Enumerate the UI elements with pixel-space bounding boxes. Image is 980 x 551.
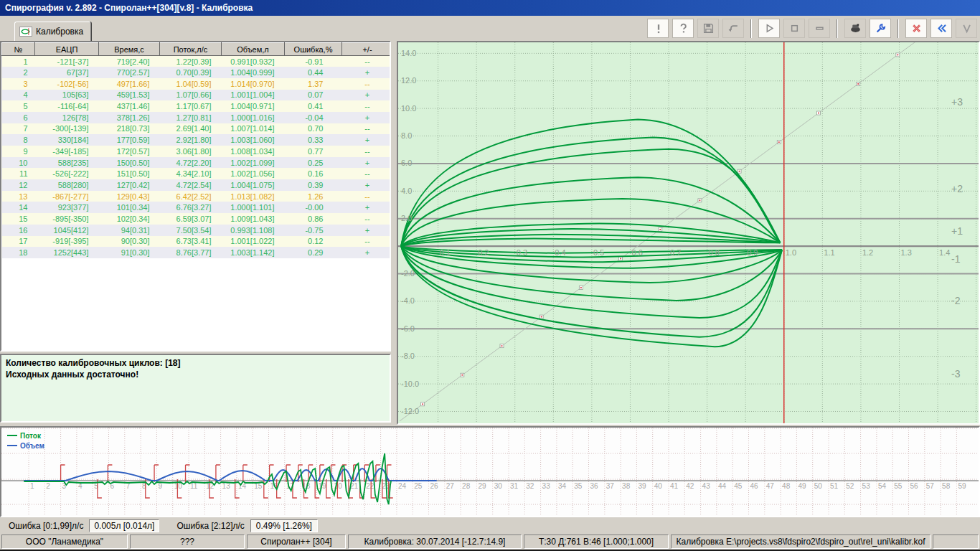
double-chevron-left-icon: [936, 22, 948, 34]
printer-icon: [849, 22, 862, 34]
svg-text:51: 51: [830, 482, 839, 490]
table-row[interactable]: 13-867[-277]129[0.43]6.42[2.52]1.013[1.0…: [2, 191, 392, 202]
pause-button[interactable]: [809, 19, 830, 38]
column-header-3[interactable]: Поток,л/с: [160, 43, 222, 56]
svg-text:45: 45: [734, 482, 743, 490]
abort-button[interactable]: [647, 19, 669, 38]
delete-button[interactable]: [905, 19, 927, 38]
exclamation-icon: [652, 22, 664, 34]
error-high-range-value: 0.49% [1.26%]: [250, 519, 318, 532]
calibration-table-panel: №ЕАЦПВремя,сПоток,л/сОбъем,лОшибка,%+/-1…: [0, 41, 391, 352]
svg-text:1.3: 1.3: [900, 248, 911, 257]
window-title: Спирография v. 2.892 - Спиролан++[304][v…: [5, 3, 253, 13]
save-button[interactable]: [697, 19, 719, 38]
svg-text:+1: +1: [951, 225, 963, 237]
query-button[interactable]: [672, 19, 694, 38]
table-row[interactable]: 267[37]770[2.57]0.70[0.39]1.004[0.999]0.…: [2, 67, 392, 78]
svg-text:46: 46: [750, 482, 759, 490]
column-header-6[interactable]: +/-: [342, 43, 392, 56]
question-icon: [677, 22, 689, 34]
table-row[interactable]: 1-121[-37]719[2.40]1.22[0.39]0.991[0.932…: [2, 56, 392, 67]
svg-text:-2: -2: [951, 295, 961, 306]
svg-text:42: 42: [686, 482, 694, 490]
svg-text:0.8: 0.8: [709, 248, 720, 257]
flow-legend-label: Поток: [20, 432, 41, 440]
svg-text:47: 47: [766, 482, 775, 490]
table-row[interactable]: 161045[412]94[0.31]7.50[3.54]0.993[1.108…: [2, 225, 392, 236]
svg-text:11: 11: [190, 482, 198, 490]
svg-text:10: 10: [174, 482, 183, 490]
status-panel-patient: ???: [130, 534, 245, 549]
back-button[interactable]: [930, 19, 952, 38]
volume-legend-dash: [7, 445, 17, 446]
table-row[interactable]: 10588[235]150[0.50]4.72[2.20]1.002[1.099…: [2, 157, 392, 169]
undo-icon: [727, 22, 740, 34]
toolbar-separator: [897, 19, 899, 38]
table-row[interactable]: 7-300[-139]218[0.73]2.69[1.40]1.007[1.01…: [2, 123, 392, 135]
svg-text:1.0: 1.0: [786, 248, 796, 257]
svg-text:6.0: 6.0: [401, 159, 412, 167]
undo-button[interactable]: [722, 19, 744, 38]
error-summary-bar: Ошибка [0:1,99]л/с 0.005л [0.014л] Ошибк…: [0, 517, 980, 534]
svg-text:-8.0: -8.0: [401, 352, 415, 360]
svg-text:38: 38: [622, 482, 631, 490]
status-panel-company: ООО "Ланамедика": [1, 534, 128, 549]
signals-legend: Поток Объем: [7, 430, 44, 451]
stop-icon: [788, 22, 801, 34]
print-button[interactable]: [844, 19, 866, 38]
table-row[interactable]: 4105[63]459[1.53]1.07[0.66]1.001[1.004]0…: [2, 90, 392, 101]
tab-calibration[interactable]: Калибровка: [14, 22, 91, 41]
calibration-loops-chart[interactable]: 14.012.010.08.06.04.02.0-2.0-4.0-6.0-8.0…: [397, 41, 980, 425]
svg-text:-6.0: -6.0: [401, 324, 415, 333]
table-row[interactable]: 9-349[-185]172[0.57]3.06[1.80]1.008[1.03…: [2, 146, 392, 157]
info-panel: Количество калибровочных циклов: [18] Ис…: [0, 354, 391, 423]
calibration-table: №ЕАЦПВремя,сПоток,л/сОбъем,лОшибка,%+/-1…: [1, 42, 391, 258]
column-header-4[interactable]: Объем,л: [222, 43, 285, 56]
table-row[interactable]: 3-102[-56]497[1.66]1.04[0.59]1.014[0.970…: [2, 78, 392, 90]
vertical-splitter[interactable]: [391, 41, 397, 425]
tab-strip: Калибровка: [0, 16, 980, 41]
stop-button[interactable]: [783, 19, 805, 38]
table-row[interactable]: 15-895[-350]102[0.34]6.59[3.07]1.009[1.0…: [2, 213, 392, 225]
tab-label: Калибровка: [36, 27, 83, 37]
svg-text:8.0: 8.0: [401, 131, 412, 140]
error-low-range-label: Ошибка [0:1,99]л/с: [9, 521, 83, 531]
calibration-signals-chart[interactable]: Поток Объем 1234567891011121314151617181…: [0, 426, 980, 517]
minus-icon: [814, 22, 826, 34]
wrench-icon: [875, 22, 887, 34]
svg-text:36: 36: [590, 482, 599, 490]
table-row[interactable]: 11-526[-222]151[0.50]4.34[2.10]1.002[1.0…: [2, 168, 392, 179]
table-row[interactable]: 6126[78]378[1.26]1.27[0.81]1.000[1.016]-…: [2, 112, 392, 123]
svg-text:28: 28: [462, 482, 471, 490]
svg-text:4.0: 4.0: [401, 187, 412, 195]
table-row[interactable]: 5-116[-64]437[1.46]1.17[0.67]1.004[0.971…: [2, 100, 392, 112]
svg-text:-10.0: -10.0: [401, 380, 419, 388]
svg-text:2.0: 2.0: [401, 214, 412, 222]
column-header-0[interactable]: №: [2, 43, 35, 56]
table-row[interactable]: 17-919[-395]90[0.30]6.73[3.41]1.001[1.02…: [2, 236, 392, 248]
column-header-2[interactable]: Время,с: [99, 43, 160, 56]
table-row[interactable]: 14923[377]101[0.34]6.76[3.27]1.000[1.101…: [2, 202, 392, 213]
accept-button[interactable]: [956, 19, 977, 38]
svg-text:27: 27: [446, 482, 455, 490]
flow-legend-dash: [7, 435, 17, 436]
svg-text:25: 25: [414, 482, 423, 490]
svg-text:10.0: 10.0: [401, 104, 416, 113]
settings-button[interactable]: [870, 19, 891, 38]
svg-text:30: 30: [494, 482, 503, 490]
svg-text:57: 57: [926, 482, 935, 490]
svg-text:29: 29: [478, 482, 486, 490]
table-row[interactable]: 8330[184]177[0.59]2.92[1.80]1.003[1.060]…: [2, 134, 392, 146]
column-header-5[interactable]: Ошибка,%: [285, 43, 342, 56]
table-row[interactable]: 181252[443]91[0.30]8.76[3.77]1.003[1.142…: [2, 247, 392, 258]
error-low-range-value: 0.005л [0.014л]: [89, 519, 159, 532]
svg-text:1: 1: [30, 482, 34, 490]
column-header-1[interactable]: ЕАЦП: [35, 43, 99, 56]
svg-text:40: 40: [654, 482, 663, 490]
svg-text:1.4: 1.4: [939, 248, 950, 257]
toolbar: [647, 19, 977, 41]
window-titlebar[interactable]: Спирография v. 2.892 - Спиролан++[304][v…: [0, 0, 980, 16]
svg-text:14.0: 14.0: [401, 49, 416, 57]
table-row[interactable]: 12588[280]127[0.42]4.72[2.54]1.004[1.075…: [2, 179, 392, 191]
start-button[interactable]: [758, 19, 780, 38]
